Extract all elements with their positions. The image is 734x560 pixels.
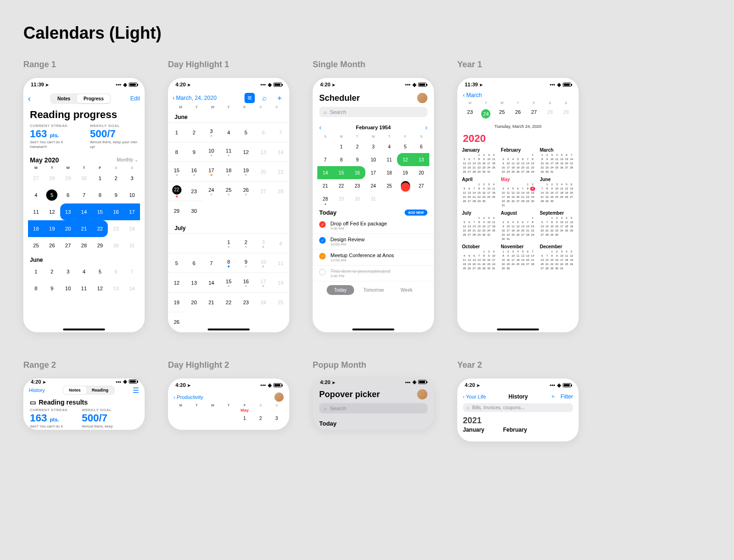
add-new-button[interactable]: ADD NEW (405, 210, 427, 216)
calendar-day[interactable]: 19 (397, 166, 413, 179)
calendar-day[interactable]: 28 (76, 237, 92, 254)
list-icon[interactable]: ☰ (133, 386, 139, 395)
calendar-day[interactable]: 2 (185, 122, 203, 142)
calendar-day[interactable]: 27 (255, 181, 272, 201)
calendar-grid[interactable]: 2728293012345678910111213141516171819202… (23, 170, 145, 254)
calendar-day[interactable]: 17 (203, 161, 220, 181)
calendar-day[interactable]: 4 (220, 122, 237, 142)
calendar-day[interactable]: 29 (92, 237, 108, 254)
calendar-day[interactable]: 10 (60, 280, 76, 297)
calendar-day[interactable]: 5 (238, 122, 255, 142)
week-strip[interactable]: 23242526272829 (457, 106, 579, 123)
week-day[interactable]: 25 (494, 107, 510, 120)
calendar-day[interactable]: 31 (124, 237, 140, 254)
seg-notes[interactable]: Notes (51, 94, 77, 103)
calendar-day[interactable]: 6 (255, 122, 272, 142)
calendar-day[interactable]: 9 (44, 280, 60, 297)
calendar-day[interactable]: 20 (60, 220, 76, 237)
calendar-day[interactable]: 14 (76, 203, 92, 220)
add-icon[interactable]: ＋ (550, 392, 556, 400)
calendar-day[interactable]: 3 (203, 122, 220, 142)
calendar-day[interactable]: 21 (203, 292, 220, 312)
calendar-day[interactable]: 15 (333, 166, 349, 179)
calendar-day[interactable]: 22 (168, 181, 185, 201)
calendar-day[interactable]: 2 (252, 413, 268, 424)
calendar-day[interactable]: 27 (413, 179, 429, 192)
calendar-day[interactable]: 4 (28, 187, 44, 203)
mini-month[interactable]: May1234567891011121314151617181920212223… (501, 177, 535, 208)
calendar-day[interactable]: 24 (365, 179, 381, 192)
calendar-day[interactable]: 1 (237, 413, 252, 424)
back-button[interactable]: ‹ Your Life (463, 394, 486, 399)
calendar-day[interactable]: 4 (381, 140, 397, 153)
calendar-day[interactable]: 28 (317, 192, 333, 205)
tab-today[interactable]: Today (327, 285, 354, 295)
back-button[interactable]: ‹ Productivity (174, 394, 203, 400)
calendar-day[interactable]: 14 (124, 280, 140, 297)
month-january[interactable]: January (463, 427, 484, 433)
calendar-day[interactable]: 13 (255, 142, 272, 161)
calendar-day[interactable]: 6 (60, 187, 76, 203)
calendar-day[interactable]: 17 (365, 166, 381, 179)
calendar-day[interactable]: 11 (220, 142, 237, 161)
calendar-day[interactable]: 1 (92, 170, 108, 187)
calendar-day[interactable]: 20 (255, 161, 272, 181)
calendar-day[interactable]: 19 (168, 292, 185, 312)
calendar-day[interactable]: 16 (108, 203, 124, 220)
calendar-day[interactable]: 22 (92, 220, 108, 237)
mini-month[interactable]: March12345678910111213141516171819202122… (540, 147, 574, 174)
calendar-day[interactable]: 17 (255, 273, 272, 292)
checkbox-icon[interactable]: ✓ (319, 253, 326, 259)
list-icon[interactable]: ≡ (245, 93, 255, 103)
tab-tomorrow[interactable]: Tomorrow (356, 285, 391, 295)
calendar-day[interactable]: 12 (238, 142, 255, 161)
calendar-day[interactable]: 17 (124, 203, 140, 220)
search-input[interactable]: ⌕Search (319, 107, 427, 117)
calendar-day[interactable]: 5 (44, 187, 60, 203)
calendar-day[interactable]: 3 (269, 413, 285, 424)
calendar-day[interactable]: 2 (44, 263, 60, 280)
calendar-day[interactable]: 9 (350, 153, 365, 166)
calendar-day[interactable]: 1 (168, 122, 185, 142)
calendar-day[interactable]: 19 (44, 220, 60, 237)
calendar-day[interactable]: 1 (28, 263, 44, 280)
calendar-day[interactable]: 3 (255, 233, 272, 253)
list-item[interactable]: ✓Drop off Fed Ex package9:00 AM (313, 218, 434, 234)
calendar-day[interactable]: 4 (272, 233, 289, 253)
calendar-day[interactable]: 25 (28, 237, 44, 254)
calendar-day[interactable]: 11 (76, 280, 92, 297)
checkbox-icon[interactable]: ✓ (319, 237, 326, 244)
calendar-day[interactable]: 30 (185, 201, 203, 220)
calendar-day[interactable]: 26 (44, 237, 60, 254)
calendar-day[interactable]: 26 (238, 181, 255, 201)
calendar-day[interactable]: 16 (238, 273, 255, 292)
calendar-day[interactable]: 8 (168, 142, 185, 161)
calendar-day[interactable]: 26 (397, 179, 413, 192)
calendar-day[interactable]: 2 (350, 140, 365, 153)
calendar-day[interactable]: 3 (60, 263, 76, 280)
calendar-day[interactable]: 11 (272, 253, 289, 273)
segmented-control[interactable]: Notes Progress (50, 93, 111, 104)
calendar-day[interactable]: 13 (185, 273, 203, 292)
calendar-day[interactable]: 7 (124, 263, 140, 280)
calendar-day[interactable]: 27 (60, 237, 76, 254)
back-date[interactable]: ‹ March, 24, 2020 (173, 95, 217, 101)
calendar-day[interactable]: 8 (220, 253, 237, 273)
back-button[interactable]: ‹ March (457, 91, 579, 99)
calendar-day[interactable]: 15 (168, 161, 185, 181)
calendar-day[interactable]: 12 (168, 273, 185, 292)
calendar-day[interactable]: 22 (333, 179, 349, 192)
calendar-day[interactable]: 24 (255, 292, 272, 312)
avatar[interactable] (417, 93, 427, 103)
mini-month[interactable]: December12345678910111213141516171819202… (540, 244, 574, 271)
calendar-day[interactable]: 12 (397, 153, 413, 166)
calendar-day[interactable]: 10 (365, 153, 381, 166)
calendar-day[interactable]: 29 (168, 201, 185, 220)
calendar-day[interactable]: 23 (108, 220, 124, 237)
calendar-day[interactable]: 25 (220, 181, 237, 201)
calendar-day[interactable]: 7 (76, 187, 92, 203)
calendar-day[interactable]: 24 (124, 220, 140, 237)
calendar-day[interactable]: 23 (238, 292, 255, 312)
calendar-day[interactable]: 7 (203, 253, 220, 273)
calendar-day[interactable]: 8 (333, 153, 349, 166)
